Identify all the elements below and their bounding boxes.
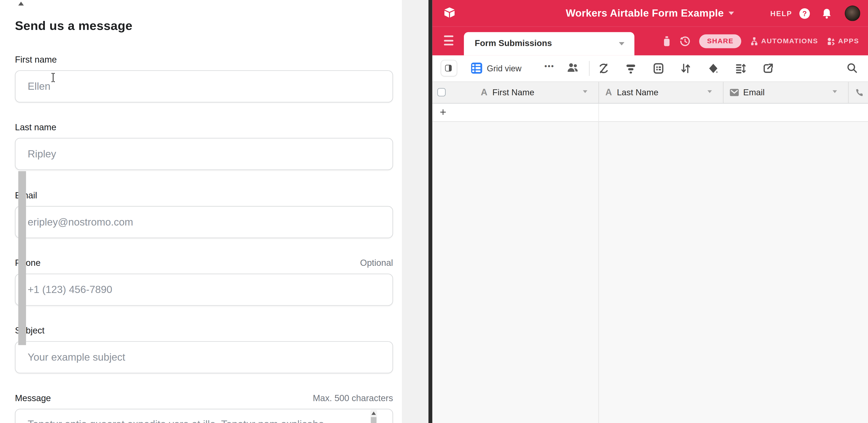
grid-column-line bbox=[598, 103, 599, 122]
message-maxchars-note: Max. 500 characters bbox=[313, 393, 393, 403]
first-name-label: First name bbox=[15, 55, 57, 65]
contact-form-pane: Send us a message First name Last name E… bbox=[0, 0, 402, 423]
text-field-type-icon: A bbox=[606, 87, 612, 98]
base-header-bar: Workers Airtable Form Example HELP ? bbox=[432, 0, 868, 27]
grid-column-headers: A First Name A Last Name Email bbox=[432, 82, 868, 103]
help-button[interactable]: HELP bbox=[770, 9, 792, 18]
column-header-email[interactable]: Email bbox=[729, 82, 765, 103]
add-row-bar[interactable]: + bbox=[432, 103, 868, 122]
page-scroll-up-arrow-icon[interactable] bbox=[18, 2, 24, 5]
field-last-name: Last name bbox=[15, 122, 393, 133]
column-caret-icon[interactable] bbox=[832, 90, 837, 93]
airtable-pane: Workers Airtable Form Example HELP ? For… bbox=[432, 0, 868, 423]
column-separator[interactable] bbox=[598, 82, 599, 103]
sidebar-toggle-icon bbox=[445, 64, 452, 71]
scroll-up-arrow-icon[interactable] bbox=[371, 412, 376, 415]
table-tab-label: Form Submissions bbox=[475, 38, 552, 48]
phone-optional-note: Optional bbox=[360, 258, 393, 268]
automations-label: AUTOMATIONS bbox=[761, 37, 818, 45]
last-name-label: Last name bbox=[15, 122, 56, 132]
view-sidebar-toggle-button[interactable] bbox=[440, 60, 457, 77]
field-first-name: First name bbox=[15, 55, 393, 66]
share-button[interactable]: SHARE bbox=[700, 34, 741, 48]
apps-icon bbox=[827, 37, 835, 45]
user-avatar[interactable] bbox=[845, 5, 860, 21]
hide-fields-icon[interactable] bbox=[597, 62, 609, 74]
search-icon[interactable] bbox=[846, 62, 858, 74]
text-field-type-icon: A bbox=[481, 87, 487, 98]
table-tab-caret-icon[interactable] bbox=[619, 42, 624, 46]
first-name-input[interactable] bbox=[15, 70, 393, 103]
form-heading: Send us a message bbox=[15, 19, 132, 33]
apps-button[interactable]: APPS bbox=[827, 37, 859, 45]
select-all-checkbox[interactable] bbox=[437, 88, 445, 96]
base-title-caret-icon[interactable] bbox=[729, 12, 734, 15]
page-scrollbar-track[interactable] bbox=[402, 0, 429, 423]
email-input[interactable] bbox=[15, 206, 393, 238]
view-name: Grid view bbox=[487, 63, 521, 73]
column-separator[interactable] bbox=[723, 82, 723, 103]
field-email: Email bbox=[15, 190, 393, 202]
scrollbar-thumb[interactable] bbox=[371, 417, 376, 423]
grid-column-line bbox=[598, 122, 599, 423]
column-name: First Name bbox=[492, 87, 534, 97]
grid-view-icon bbox=[471, 63, 482, 73]
page-scrollbar-thumb[interactable] bbox=[18, 171, 26, 345]
grid-view-switcher[interactable]: Grid view bbox=[471, 63, 521, 73]
trash-icon[interactable] bbox=[663, 36, 671, 46]
apps-label: APPS bbox=[838, 37, 859, 45]
automations-icon bbox=[750, 37, 758, 45]
column-caret-icon[interactable] bbox=[583, 90, 587, 93]
email-field-type-icon bbox=[729, 88, 739, 96]
view-toolbar: Grid view ••• bbox=[432, 56, 868, 82]
toolbar-divider bbox=[589, 61, 589, 76]
filter-icon[interactable] bbox=[625, 62, 637, 74]
phone-field-type-icon bbox=[855, 88, 864, 97]
notifications-bell-icon[interactable] bbox=[822, 8, 831, 19]
group-icon[interactable] bbox=[652, 62, 664, 74]
last-name-input[interactable] bbox=[15, 138, 393, 170]
window-split-divider[interactable] bbox=[429, 0, 432, 423]
column-header-phone[interactable]: Phone bbox=[855, 82, 868, 103]
column-header-last-name[interactable]: A Last Name bbox=[606, 82, 658, 103]
message-scrollbar[interactable] bbox=[370, 410, 377, 423]
message-label: Message bbox=[15, 393, 51, 403]
field-message: Message Max. 500 characters bbox=[15, 393, 393, 404]
help-question-icon[interactable]: ? bbox=[800, 8, 810, 19]
collaborators-icon[interactable] bbox=[566, 62, 579, 73]
field-subject: Subject bbox=[15, 326, 393, 337]
screen: Send us a message First name Last name E… bbox=[0, 0, 868, 423]
share-view-icon[interactable] bbox=[762, 62, 774, 74]
base-title[interactable]: Workers Airtable Form Example bbox=[566, 7, 724, 19]
sort-icon[interactable] bbox=[680, 62, 691, 74]
column-header-first-name[interactable]: A First Name bbox=[481, 82, 534, 103]
color-icon[interactable] bbox=[707, 62, 719, 74]
column-name: Email bbox=[743, 87, 765, 97]
message-textarea[interactable] bbox=[15, 409, 393, 423]
phone-input[interactable] bbox=[15, 274, 393, 306]
table-tabs-bar: Form Submissions SHARE bbox=[432, 27, 868, 56]
sidebar-menu-icon[interactable] bbox=[444, 35, 453, 48]
row-height-icon[interactable] bbox=[735, 62, 746, 74]
column-name: Last Name bbox=[617, 87, 658, 97]
field-phone: Phone Optional bbox=[15, 258, 393, 269]
table-tab-form-submissions[interactable]: Form Submissions bbox=[464, 32, 634, 56]
subject-input[interactable] bbox=[15, 341, 393, 373]
add-row-plus-icon[interactable]: + bbox=[440, 105, 446, 118]
history-icon[interactable] bbox=[680, 36, 690, 46]
automations-button[interactable]: AUTOMATIONS bbox=[750, 37, 818, 45]
column-separator[interactable] bbox=[848, 82, 849, 103]
column-caret-icon[interactable] bbox=[707, 90, 712, 93]
view-options-ellipsis-button[interactable]: ••• bbox=[545, 62, 555, 70]
